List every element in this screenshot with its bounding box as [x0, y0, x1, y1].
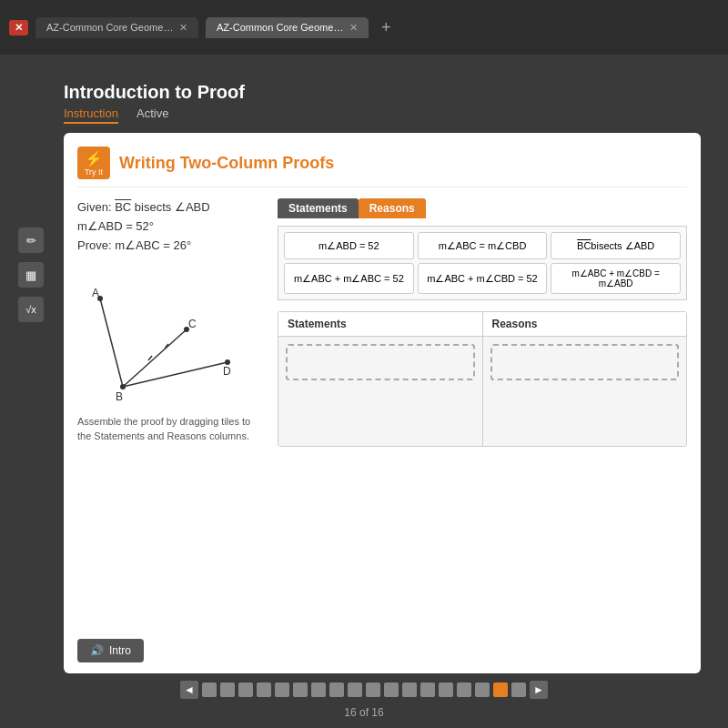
- tab-label: AZ-Common Core Geometry A - I: [46, 22, 174, 33]
- proof-col-statements-header: Statements: [278, 312, 483, 336]
- page-title-area: Introduction to Proof Instruction Active: [64, 82, 710, 124]
- page-title: Introduction to Proof: [64, 82, 710, 103]
- intro-label: Intro: [109, 644, 131, 657]
- tile-6[interactable]: m∠ABC + m∠CBD =m∠ABD: [551, 263, 681, 294]
- assemble-text: Assemble the proof by dragging tiles to …: [77, 415, 259, 443]
- tile-3[interactable]: BC bisects ∠ABD: [551, 232, 681, 259]
- diagram-svg: A B C D: [77, 264, 241, 410]
- prove-line: Prove: m∠ABC = 26°: [77, 237, 259, 256]
- tab-active[interactable]: AZ-Common Core Geometry A - I ✕: [206, 17, 369, 38]
- card-title: Writing Two-Column Proofs: [119, 154, 334, 173]
- proof-body: [278, 337, 686, 446]
- dot-11[interactable]: [384, 682, 399, 697]
- try-it-icon: ⚡ Try It: [77, 147, 110, 179]
- tab-active[interactable]: Active: [136, 106, 168, 124]
- tile-4[interactable]: m∠ABC + m∠ABC = 52: [284, 263, 414, 294]
- diagram: A B C D: [77, 264, 241, 410]
- calculator-icon[interactable]: ▦: [18, 262, 44, 288]
- sidebar: ✏ ▦ √x: [18, 228, 44, 322]
- card-body: Given: BC bisects ∠ABD m∠ABD = 52° Prove…: [77, 198, 687, 447]
- dot-6[interactable]: [293, 682, 308, 697]
- left-side: Given: BC bisects ∠ABD m∠ABD = 52° Prove…: [77, 198, 259, 447]
- lightning-icon: ⚡: [85, 150, 103, 167]
- tab-close-icon[interactable]: ✕: [179, 22, 187, 34]
- dot-2[interactable]: [220, 682, 235, 697]
- proof-table: Statements Reasons: [278, 311, 687, 447]
- prev-arrow[interactable]: ◄: [180, 681, 198, 699]
- dot-3[interactable]: [238, 682, 253, 697]
- sqrt-icon[interactable]: √x: [18, 297, 44, 322]
- bottom-navigation: ◄ ► 16 of 16: [18, 681, 710, 719]
- dot-10[interactable]: [366, 682, 380, 697]
- page-count: 16 of 16: [344, 706, 383, 719]
- svg-point-4: [120, 384, 126, 389]
- tab-instruction[interactable]: Instruction: [64, 106, 118, 124]
- label-d: D: [223, 365, 231, 378]
- statements-drop-zone[interactable]: [286, 344, 475, 380]
- label-a: A: [92, 287, 99, 299]
- next-arrow[interactable]: ►: [530, 681, 548, 699]
- dot-15[interactable]: [457, 682, 471, 697]
- dot-5[interactable]: [275, 682, 289, 697]
- tab-statements[interactable]: Statements: [278, 198, 359, 218]
- tab-inactive[interactable]: AZ-Common Core Geometry A - I ✕: [35, 17, 198, 38]
- given-line-1: Given: BC bisects ∠ABD: [77, 198, 259, 217]
- new-tab-button[interactable]: +: [376, 18, 397, 37]
- svg-line-1: [123, 329, 187, 387]
- reasons-drop-col[interactable]: [483, 337, 687, 446]
- svg-line-2: [123, 362, 228, 387]
- dot-13[interactable]: [420, 682, 435, 697]
- svg-line-0: [100, 298, 123, 387]
- statements-drop-col[interactable]: [278, 337, 483, 446]
- dot-18[interactable]: [511, 682, 526, 697]
- page-dots: ◄ ►: [180, 681, 548, 699]
- dot-7[interactable]: [311, 682, 326, 697]
- dot-12[interactable]: [402, 682, 417, 697]
- given-text: Given: BC bisects ∠ABD m∠ABD = 52° Prove…: [77, 198, 259, 255]
- tile-2[interactable]: m∠ABC = m∠CBD: [418, 232, 548, 259]
- try-it-label: Try It: [85, 167, 103, 177]
- intro-button[interactable]: 🔊 Intro: [77, 639, 144, 662]
- dot-4[interactable]: [257, 682, 271, 697]
- svg-line-7: [148, 356, 152, 360]
- proof-col-reasons-header: Reasons: [483, 312, 687, 336]
- pencil-icon[interactable]: ✏: [18, 228, 44, 253]
- dot-1[interactable]: [202, 682, 217, 697]
- card-header: ⚡ Try It Writing Two-Column Proofs: [77, 147, 687, 187]
- tab-active-close-icon[interactable]: ✕: [349, 22, 358, 34]
- reasons-drop-zone[interactable]: [490, 344, 680, 380]
- label-b: B: [116, 390, 123, 403]
- tile-5[interactable]: m∠ABC + m∠CBD = 52: [418, 263, 548, 294]
- dot-9[interactable]: [348, 682, 362, 697]
- tab-active-label: AZ-Common Core Geometry A - I: [217, 22, 344, 33]
- given-line-2: m∠ABD = 52°: [77, 217, 259, 237]
- dot-17[interactable]: [493, 682, 508, 697]
- tab-reasons[interactable]: Reasons: [359, 198, 426, 218]
- content-card: ⚡ Try It Writing Two-Column Proofs Given…: [64, 133, 701, 673]
- main-area: ✏ ▦ √x Introduction to Proof Instruction…: [0, 55, 728, 728]
- proof-table-header: Statements Reasons: [278, 312, 686, 337]
- right-side: Statements Reasons m∠ABD = 52 m∠ABC = m∠…: [278, 198, 687, 447]
- dot-8[interactable]: [329, 682, 344, 697]
- tiles-header: Statements Reasons: [278, 198, 687, 218]
- dot-14[interactable]: [439, 682, 453, 697]
- label-c: C: [188, 318, 197, 330]
- speaker-icon: 🔊: [90, 644, 104, 657]
- page-tabs: Instruction Active: [64, 106, 710, 124]
- tiles-grid: m∠ABD = 52 m∠ABC = m∠CBD BC bisects ∠ABD…: [278, 226, 687, 300]
- browser-chrome: ✕ AZ-Common Core Geometry A - I ✕ AZ-Com…: [0, 0, 728, 55]
- tab-close-x[interactable]: ✕: [9, 20, 28, 35]
- dot-16[interactable]: [475, 682, 490, 697]
- tile-1[interactable]: m∠ABD = 52: [284, 232, 414, 259]
